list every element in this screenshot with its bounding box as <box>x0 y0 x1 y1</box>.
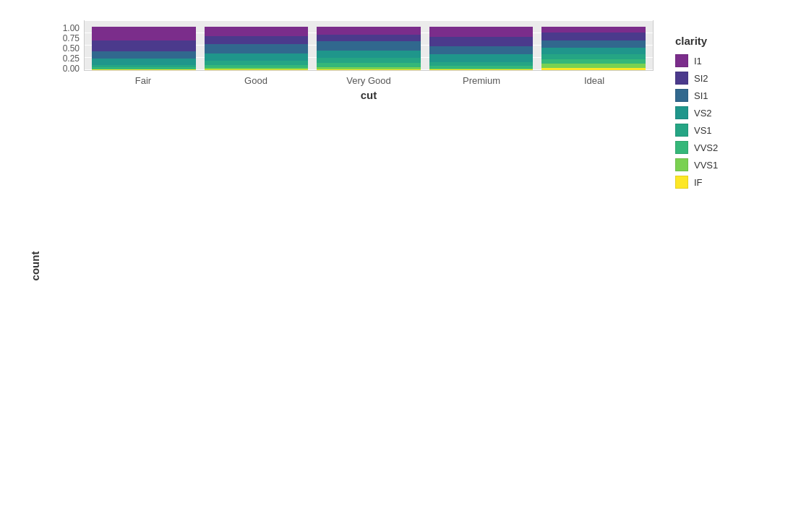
bars-area <box>84 20 654 71</box>
bar-group <box>317 27 421 70</box>
y-tick: 1.00 <box>63 23 80 33</box>
legend-item: I1 <box>675 54 755 67</box>
bar-segment-vs2 <box>92 59 196 65</box>
bar-segment-i1 <box>429 27 534 37</box>
legend-color-swatch <box>675 124 688 137</box>
chart-area: 1.000.750.500.250.00 FairGoodVery GoodPr… <box>46 20 755 512</box>
bar-segment-vs2 <box>317 51 421 59</box>
bar-segment-if <box>205 69 309 70</box>
bar-segment-if <box>92 69 196 70</box>
legend-color-swatch <box>675 54 688 67</box>
y-tick: 0.75 <box>63 33 80 43</box>
legend-item: VS2 <box>675 106 755 119</box>
x-tick: Fair <box>91 75 195 86</box>
legend-item: VVS2 <box>675 141 755 154</box>
legend-label: SI2 <box>694 73 708 84</box>
y-axis-ticks: 1.000.750.500.250.00 <box>46 20 84 101</box>
legend-label: VVS1 <box>694 160 718 171</box>
legend-label: SI1 <box>694 90 708 101</box>
x-axis: FairGoodVery GoodPremiumIdeal <box>84 71 654 86</box>
bar-segment-vs2 <box>205 53 309 61</box>
bar-segment-si2 <box>92 40 196 51</box>
x-tick: Good <box>204 75 308 86</box>
legend-label: VVS2 <box>694 142 718 153</box>
legend-label: VS1 <box>694 125 712 136</box>
bar-segment-si1 <box>429 46 534 55</box>
bar-segment-si2 <box>429 37 534 46</box>
bar-segment-si2 <box>541 33 646 40</box>
bar-segment-vs2 <box>541 48 646 55</box>
y-tick: 0.25 <box>63 53 80 64</box>
x-tick: Premium <box>429 75 534 86</box>
bar-group <box>541 27 646 70</box>
bar-segment-if <box>541 68 646 70</box>
chart-container: count 1.000.750.500.250.00 FairGoodVery … <box>0 0 801 532</box>
legend-color-swatch <box>675 72 688 85</box>
y-tick: 0.00 <box>63 64 80 74</box>
legend-item: IF <box>675 176 755 189</box>
y-tick: 0.50 <box>63 43 80 53</box>
bars-and-xaxis: FairGoodVery GoodPremiumIdeal cut <box>84 20 654 101</box>
bar-group <box>92 27 196 70</box>
plot-region: 1.000.750.500.250.00 FairGoodVery GoodPr… <box>46 20 654 101</box>
legend-color-swatch <box>675 141 688 154</box>
legend-item: VVS1 <box>675 158 755 171</box>
legend-item: SI2 <box>675 72 755 85</box>
bar-segment-si1 <box>92 51 196 59</box>
bar-segment-si1 <box>317 41 421 51</box>
bar-group <box>429 27 534 70</box>
bar-segment-if <box>317 69 421 70</box>
x-axis-label: cut <box>84 89 654 101</box>
bar-segment-vvs2 <box>541 59 646 64</box>
bar-segment-i1 <box>205 27 309 36</box>
bar-segment-si1 <box>541 40 646 47</box>
legend: clarity I1SI2SI1VS2VS1VVS2VVS1IF <box>675 35 755 193</box>
y-axis-label: count <box>29 252 41 281</box>
x-tick: Very Good <box>317 75 421 86</box>
legend-color-swatch <box>675 158 688 171</box>
plot-with-yaxis: 1.000.750.500.250.00 FairGoodVery GoodPr… <box>46 20 654 101</box>
legend-color-swatch <box>675 176 688 189</box>
legend-title: clarity <box>675 35 755 47</box>
legend-item: SI1 <box>675 89 755 102</box>
legend-label: I1 <box>694 56 702 66</box>
bar-segment-vs1 <box>317 58 421 63</box>
bar-segment-si2 <box>205 36 309 44</box>
bar-segment-vs1 <box>541 54 646 59</box>
bar-segment-i1 <box>317 27 421 35</box>
bar-group <box>205 27 309 70</box>
bar-segment-vs2 <box>429 54 534 62</box>
legend-color-swatch <box>675 89 688 102</box>
legend-color-swatch <box>675 106 688 119</box>
bar-segment-i1 <box>92 27 196 40</box>
bar-segment-if <box>429 69 534 70</box>
legend-label: IF <box>694 177 703 188</box>
bar-segment-i1 <box>541 27 646 33</box>
legend-item: VS1 <box>675 124 755 137</box>
bar-segment-si2 <box>317 35 421 41</box>
legend-label: VS2 <box>694 108 712 119</box>
x-tick: Ideal <box>542 75 646 86</box>
bar-segment-si1 <box>205 44 309 53</box>
